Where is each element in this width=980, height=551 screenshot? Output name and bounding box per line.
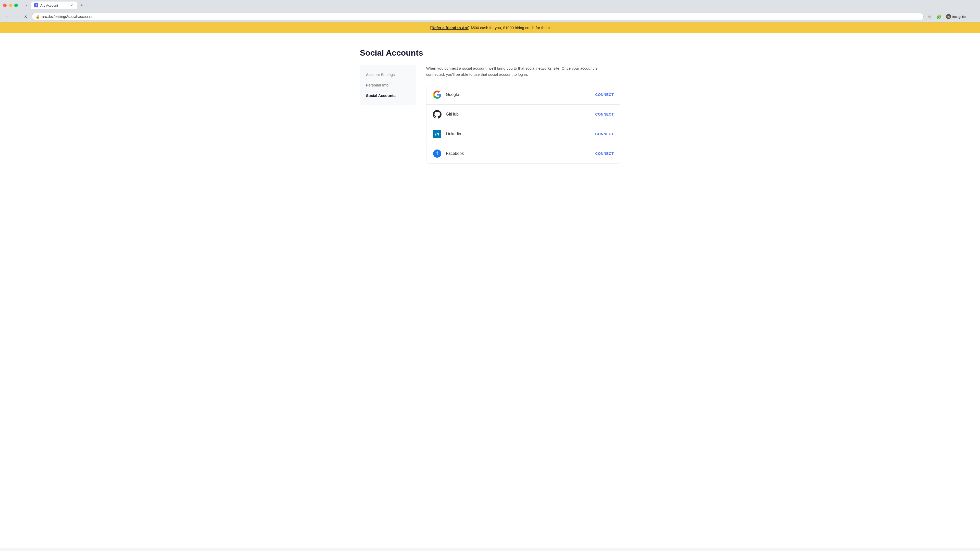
content-layout: Account Settings Personal Info Social Ac… — [360, 65, 620, 164]
banner-text: $500 cash for you, $1000 hiring credit f… — [469, 25, 550, 30]
tab-bar: ‹ A Arc Account ✕ + — [20, 2, 88, 9]
incognito-icon: 🕵 — [946, 14, 951, 19]
facebook-connect-button[interactable]: CONNECT — [595, 151, 614, 156]
tab-scroll-left-button[interactable]: ‹ — [23, 2, 30, 9]
minimize-window-button[interactable]: − — [9, 3, 12, 7]
reload-button[interactable]: ✕ — [21, 13, 30, 21]
github-icon — [433, 110, 442, 119]
close-window-button[interactable]: ✕ — [3, 3, 6, 7]
toolbar-right: ☆ 🧩 🕵 Incognito ⋮ — [926, 13, 977, 21]
linkedin-connect-button[interactable]: CONNECT — [595, 132, 614, 136]
url-input[interactable] — [42, 14, 920, 19]
github-account-row: GitHub CONNECT — [426, 105, 620, 124]
sidebar-item-personal-info[interactable]: Personal Info — [360, 80, 416, 90]
window-controls: ✕ − + — [3, 3, 18, 7]
bookmark-button[interactable]: ☆ — [926, 13, 934, 21]
extensions-button[interactable]: 🧩 — [935, 13, 943, 21]
linkedin-account-name: Linkedin — [446, 132, 595, 136]
forward-button[interactable]: → — [12, 13, 21, 21]
facebook-account-row: f Facebook CONNECT — [426, 144, 620, 163]
google-account-row: Google CONNECT — [426, 85, 620, 105]
sidebar-item-account-settings[interactable]: Account Settings — [360, 69, 416, 80]
google-connect-button[interactable]: CONNECT — [595, 93, 614, 97]
social-accounts-content: When you connect a social account, we'll… — [426, 65, 620, 164]
main-container: Social Accounts Account Settings Persona… — [350, 33, 630, 174]
tab-close-button[interactable]: ✕ — [69, 3, 74, 8]
page-title: Social Accounts — [360, 48, 620, 58]
browser-chrome: ✕ − + ‹ A Arc Account ✕ + ← → ✕ 🔒 ☆ — [0, 0, 980, 22]
maximize-window-button[interactable]: + — [14, 3, 18, 7]
sidebar: Account Settings Personal Info Social Ac… — [360, 65, 416, 105]
back-button[interactable]: ← — [3, 13, 11, 21]
menu-button[interactable]: ⋮ — [969, 13, 977, 21]
google-account-name: Google — [446, 92, 595, 97]
incognito-button[interactable]: 🕵 Incognito — [944, 13, 968, 20]
page-content: [Refer a friend to Arc] $500 cash for yo… — [0, 22, 980, 548]
lock-icon: 🔒 — [35, 14, 40, 19]
nav-buttons: ← → ✕ — [3, 13, 30, 21]
referral-link[interactable]: [Refer a friend to Arc] — [430, 25, 469, 30]
google-icon — [433, 90, 442, 99]
active-tab[interactable]: A Arc Account ✕ — [31, 2, 77, 9]
linkedin-icon: in — [433, 129, 442, 138]
linkedin-account-row: in Linkedin CONNECT — [426, 124, 620, 144]
page-description: When you connect a social account, we'll… — [426, 65, 600, 78]
accounts-list: Google CONNECT GitHub CONNECT — [426, 85, 620, 164]
titlebar: ✕ − + ‹ A Arc Account ✕ + — [0, 0, 980, 11]
referral-banner: [Refer a friend to Arc] $500 cash for yo… — [0, 22, 980, 33]
new-tab-button[interactable]: + — [78, 2, 85, 9]
tab-title: Arc Account — [40, 3, 58, 7]
tab-favicon: A — [34, 3, 38, 7]
github-account-name: GitHub — [446, 112, 595, 117]
facebook-account-name: Facebook — [446, 151, 595, 156]
github-connect-button[interactable]: CONNECT — [595, 112, 614, 116]
incognito-label: Incognito — [952, 15, 966, 19]
url-bar[interactable]: 🔒 — [32, 13, 924, 21]
sidebar-item-social-accounts[interactable]: Social Accounts — [360, 90, 416, 101]
address-bar: ← → ✕ 🔒 ☆ 🧩 🕵 Incognito ⋮ — [0, 11, 980, 22]
facebook-icon: f — [433, 149, 442, 158]
